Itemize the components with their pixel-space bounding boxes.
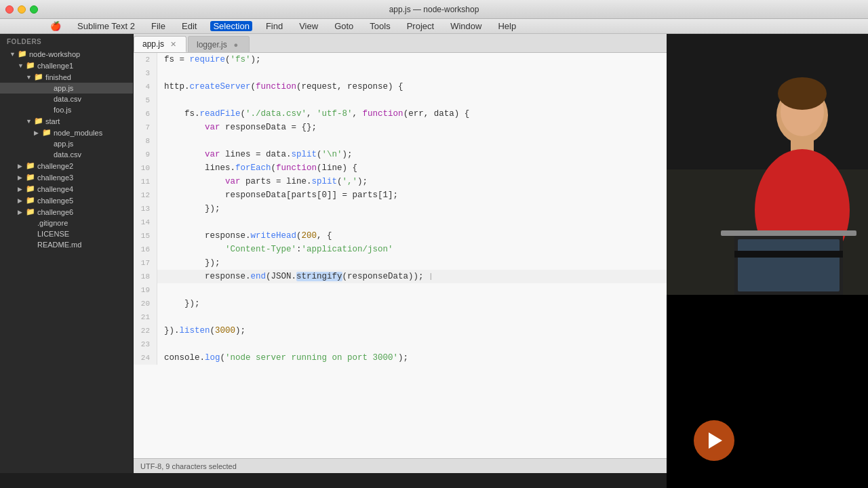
video-play-button[interactable] [694,420,734,461]
sidebar-item-challenge4[interactable]: ▶📁challenge4 [0,183,133,195]
svg-point-5 [778,77,827,110]
statusbar-selection: UTF-8, 9 characters selected [140,462,237,470]
close-button[interactable] [5,5,14,14]
sidebar-item-gitignore[interactable]: .gitignore [0,218,133,228]
menu-help[interactable]: Help [495,21,519,31]
menu-bar: 🍎 Sublime Text 2 File Edit Selection Fin… [0,19,868,34]
titlebar: app.js — node-workshop [0,0,868,19]
sidebar-item-challenge1[interactable]: ▼📁challenge1 [0,60,133,71]
tab-app-js[interactable]: app.js ✕ [134,36,186,52]
menu-edit[interactable]: Edit [179,21,199,31]
menu-file[interactable]: File [149,21,168,31]
tab-logger-js-label: logger.js [197,40,227,49]
tab-logger-js[interactable]: logger.js ● [188,36,250,52]
tab-app-js-label: app.js [142,39,164,49]
sidebar-item-foo-js[interactable]: foo.js [0,104,133,115]
sidebar-item-challenge5[interactable]: ▶📁challenge5 [0,195,133,206]
sidebar-folders-label: FOLDERS [0,34,133,48]
video-panel [667,34,868,488]
svg-rect-6 [721,230,856,236]
video-content [667,34,868,488]
minimize-button[interactable] [18,5,26,14]
menu-app[interactable]: Sublime Text 2 [75,21,138,31]
file-sidebar: FOLDERS ▼📁node-workshop ▼📁challenge1 ▼📁f… [0,34,134,473]
sidebar-item-readme[interactable]: README.md [0,239,133,250]
menu-view[interactable]: View [296,21,321,31]
fullscreen-button[interactable] [30,5,38,14]
play-icon [709,432,722,449]
sidebar-item-data-csv-start[interactable]: data.csv [0,149,133,160]
tab-logger-js-close[interactable]: ● [231,40,241,49]
window-title: app.js — node-workshop [389,5,479,14]
sidebar-item-node-modules[interactable]: ▶📁node_modules [0,127,133,138]
sidebar-item-finished[interactable]: ▼📁finished [0,71,133,83]
menu-selection[interactable]: Selection [210,21,252,31]
sidebar-item-challenge3[interactable]: ▶📁challenge3 [0,171,133,183]
sidebar-item-node-workshop[interactable]: ▼📁node-workshop [0,48,133,60]
tab-app-js-close[interactable]: ✕ [168,39,178,49]
menu-apple[interactable]: 🍎 [47,21,64,31]
sidebar-item-app-js-finished[interactable]: app.js [0,83,133,94]
svg-rect-9 [734,251,843,258]
sidebar-item-license[interactable]: LICENSE [0,228,133,239]
video-bottom-bg [667,295,868,488]
sidebar-item-app-js-start[interactable]: app.js [0,138,133,149]
menu-tools[interactable]: Tools [367,21,393,31]
window-controls[interactable] [5,5,38,14]
svg-rect-8 [738,239,840,291]
menu-window[interactable]: Window [448,21,484,31]
sidebar-item-data-csv-finished[interactable]: data.csv [0,94,133,104]
sidebar-item-start[interactable]: ▼📁start [0,115,133,127]
menu-find[interactable]: Find [263,21,285,31]
menu-project[interactable]: Project [404,21,437,31]
menu-goto[interactable]: Goto [332,21,356,31]
sidebar-item-challenge6[interactable]: ▶📁challenge6 [0,206,133,218]
person-silhouette [667,34,868,295]
sidebar-item-challenge2[interactable]: ▶📁challenge2 [0,160,133,171]
